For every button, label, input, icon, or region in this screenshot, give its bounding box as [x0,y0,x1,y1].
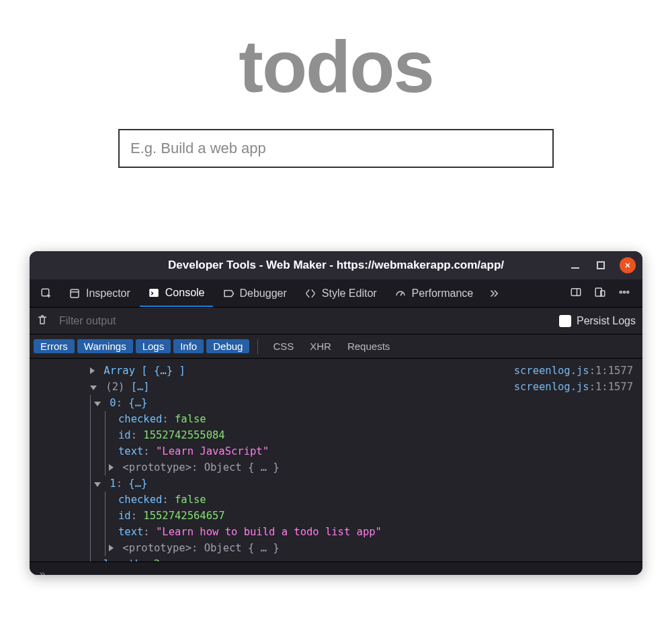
dock-side-button[interactable] [570,286,582,301]
filter-css[interactable]: CSS [266,339,300,353]
tab-debugger[interactable]: Debugger [214,279,295,307]
object-property: id: 1552742555084 [30,427,642,443]
tab-console[interactable]: Console [140,279,213,307]
window-titlebar: Developer Tools - Web Maker - https://we… [30,251,642,279]
object-entry[interactable]: 1: {…} [30,476,642,492]
disclosure-triangle-icon[interactable] [109,464,114,471]
window-maximize-button[interactable] [594,259,607,272]
dock-side-icon [570,286,582,298]
array-length: length: 2 [30,556,642,561]
disclosure-triangle-icon[interactable] [90,367,95,374]
svg-point-13 [620,291,622,293]
object-entry[interactable]: 0: {…} [30,395,642,411]
kebab-menu-button[interactable] [618,286,630,301]
trash-icon [36,314,48,326]
console-filter-input[interactable] [58,314,550,328]
style-editor-icon [304,287,317,300]
responsive-icon [594,286,606,298]
filter-logs[interactable]: Logs [136,339,171,353]
clear-console-button[interactable] [36,314,48,328]
tab-style-editor-label: Style Editor [322,287,377,300]
window-title: Developer Tools - Web Maker - https://we… [168,259,504,272]
console-log-row[interactable]: (2) […] screenlog.js:1:1577 [30,379,642,395]
kebab-icon [618,286,630,298]
svg-rect-7 [149,289,159,297]
console-input-prompt[interactable]: » [30,561,642,575]
tab-inspector-label: Inspector [86,287,130,300]
window-close-button[interactable] [620,257,636,273]
pick-element-button[interactable] [34,279,59,307]
pick-element-icon [40,287,52,300]
filter-debug[interactable]: Debug [206,339,249,353]
svg-point-14 [624,291,626,293]
debugger-icon [222,287,235,300]
log-source-link[interactable]: screenlog.js:1:1577 [514,363,633,379]
devtools-window: Developer Tools - Web Maker - https://we… [30,251,642,575]
object-property: id: 1552742564657 [30,508,642,524]
console-output: Array [ {…} ] screenlog.js:1:1577 (2) […… [30,359,642,561]
log-array-label: Array [103,365,135,377]
tab-style-editor[interactable]: Style Editor [296,279,385,307]
object-property: checked: false [30,411,642,427]
persist-logs-checkbox[interactable] [559,315,571,327]
filter-info[interactable]: Info [173,339,204,353]
log-source-link[interactable]: screenlog.js:1:1577 [514,379,633,395]
console-category-bar: Errors Warnings Logs Info Debug CSS XHR … [30,334,642,359]
object-prototype[interactable]: <prototype>: Object { … } [30,459,642,476]
svg-rect-1 [597,262,604,269]
console-icon [148,287,160,299]
inspector-icon [69,287,81,300]
disclosure-triangle-icon[interactable] [94,402,101,406]
tab-performance-label: Performance [412,287,474,300]
persist-logs-label: Persist Logs [577,315,636,327]
tab-debugger-label: Debugger [240,287,287,300]
svg-rect-5 [71,289,79,298]
tab-overflow-button[interactable] [482,279,505,307]
filter-requests[interactable]: Requests [341,339,396,353]
object-property: text: "Learn JavaScript" [30,443,642,459]
double-chevron-right-icon [488,287,500,300]
console-log-row[interactable]: Array [ {…} ] screenlog.js:1:1577 [30,363,642,379]
persist-logs-toggle[interactable]: Persist Logs [559,315,636,327]
filter-warnings[interactable]: Warnings [77,339,133,353]
devtools-tabbar: Inspector Console Debugger Style Editor … [30,279,642,308]
console-filterbar: Persist Logs [30,308,642,334]
object-property: text: "Learn how to build a todo list ap… [30,524,642,540]
object-prototype[interactable]: <prototype>: Object { … } [30,540,642,556]
filter-xhr[interactable]: XHR [303,339,338,353]
svg-line-8 [401,292,403,296]
prompt-chevron-icon: » [39,568,46,575]
window-minimize-button[interactable] [569,259,582,272]
filter-separator [257,339,258,354]
performance-icon [394,287,407,300]
object-property: checked: false [30,492,642,508]
app-title: todos [0,24,672,109]
svg-point-15 [627,291,629,293]
tab-console-label: Console [165,287,205,299]
disclosure-triangle-icon[interactable] [94,482,101,487]
disclosure-triangle-icon[interactable] [109,545,114,551]
tab-performance[interactable]: Performance [386,279,482,307]
tab-inspector[interactable]: Inspector [60,279,138,307]
filter-errors[interactable]: Errors [34,339,75,353]
svg-rect-9 [571,288,581,296]
disclosure-triangle-icon[interactable] [90,386,97,390]
new-todo-input[interactable] [118,129,554,168]
responsive-mode-button[interactable] [594,286,606,301]
todo-input-container [0,129,672,168]
